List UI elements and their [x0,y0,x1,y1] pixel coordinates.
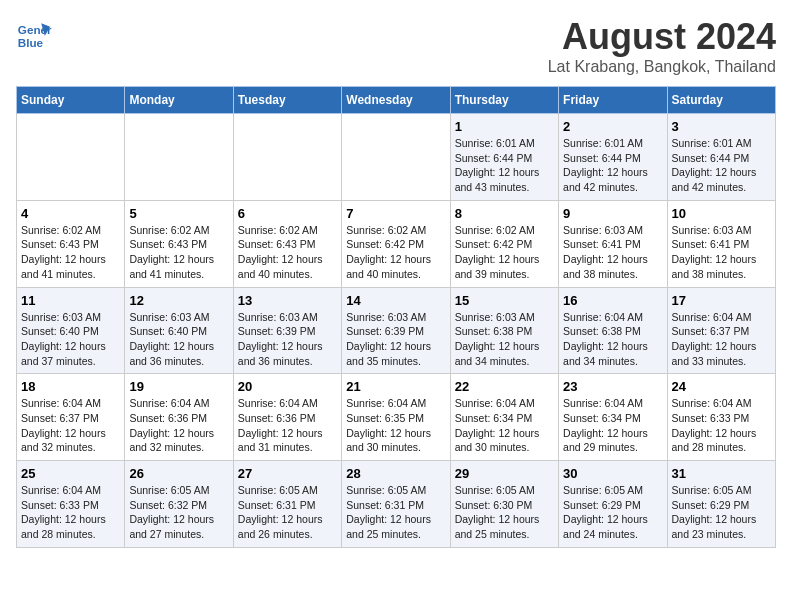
calendar-cell: 21Sunrise: 6:04 AM Sunset: 6:35 PM Dayli… [342,374,450,461]
calendar-cell: 5Sunrise: 6:02 AM Sunset: 6:43 PM Daylig… [125,200,233,287]
day-number: 14 [346,293,445,308]
page-header: General Blue August 2024 Lat Krabang, Ba… [16,16,776,76]
day-number: 16 [563,293,662,308]
calendar-cell: 11Sunrise: 6:03 AM Sunset: 6:40 PM Dayli… [17,287,125,374]
logo: General Blue [16,16,56,52]
calendar-cell: 8Sunrise: 6:02 AM Sunset: 6:42 PM Daylig… [450,200,558,287]
calendar-cell [17,114,125,201]
calendar-cell: 15Sunrise: 6:03 AM Sunset: 6:38 PM Dayli… [450,287,558,374]
calendar-cell: 2Sunrise: 6:01 AM Sunset: 6:44 PM Daylig… [559,114,667,201]
day-header-sunday: Sunday [17,87,125,114]
day-number: 8 [455,206,554,221]
day-number: 30 [563,466,662,481]
day-content: Sunrise: 6:03 AM Sunset: 6:41 PM Dayligh… [672,223,771,282]
calendar-cell: 25Sunrise: 6:04 AM Sunset: 6:33 PM Dayli… [17,461,125,548]
day-number: 27 [238,466,337,481]
calendar-week-row: 1Sunrise: 6:01 AM Sunset: 6:44 PM Daylig… [17,114,776,201]
day-content: Sunrise: 6:02 AM Sunset: 6:43 PM Dayligh… [21,223,120,282]
calendar-week-row: 25Sunrise: 6:04 AM Sunset: 6:33 PM Dayli… [17,461,776,548]
calendar-cell: 17Sunrise: 6:04 AM Sunset: 6:37 PM Dayli… [667,287,775,374]
day-number: 13 [238,293,337,308]
calendar-cell: 12Sunrise: 6:03 AM Sunset: 6:40 PM Dayli… [125,287,233,374]
title-block: August 2024 Lat Krabang, Bangkok, Thaila… [548,16,776,76]
calendar-cell: 1Sunrise: 6:01 AM Sunset: 6:44 PM Daylig… [450,114,558,201]
calendar-week-row: 18Sunrise: 6:04 AM Sunset: 6:37 PM Dayli… [17,374,776,461]
day-number: 11 [21,293,120,308]
calendar-cell: 22Sunrise: 6:04 AM Sunset: 6:34 PM Dayli… [450,374,558,461]
calendar-cell: 29Sunrise: 6:05 AM Sunset: 6:30 PM Dayli… [450,461,558,548]
calendar-cell [125,114,233,201]
day-number: 6 [238,206,337,221]
calendar-cell: 7Sunrise: 6:02 AM Sunset: 6:42 PM Daylig… [342,200,450,287]
day-content: Sunrise: 6:04 AM Sunset: 6:37 PM Dayligh… [21,396,120,455]
day-number: 1 [455,119,554,134]
day-number: 17 [672,293,771,308]
calendar-cell: 4Sunrise: 6:02 AM Sunset: 6:43 PM Daylig… [17,200,125,287]
calendar-cell: 20Sunrise: 6:04 AM Sunset: 6:36 PM Dayli… [233,374,341,461]
day-content: Sunrise: 6:05 AM Sunset: 6:30 PM Dayligh… [455,483,554,542]
day-number: 4 [21,206,120,221]
calendar-week-row: 4Sunrise: 6:02 AM Sunset: 6:43 PM Daylig… [17,200,776,287]
day-number: 18 [21,379,120,394]
day-number: 28 [346,466,445,481]
day-header-saturday: Saturday [667,87,775,114]
day-number: 10 [672,206,771,221]
calendar-header-row: SundayMondayTuesdayWednesdayThursdayFrid… [17,87,776,114]
day-content: Sunrise: 6:01 AM Sunset: 6:44 PM Dayligh… [563,136,662,195]
day-content: Sunrise: 6:04 AM Sunset: 6:37 PM Dayligh… [672,310,771,369]
day-content: Sunrise: 6:05 AM Sunset: 6:31 PM Dayligh… [346,483,445,542]
svg-text:Blue: Blue [18,36,44,49]
day-number: 15 [455,293,554,308]
day-number: 22 [455,379,554,394]
calendar-table: SundayMondayTuesdayWednesdayThursdayFrid… [16,86,776,548]
day-number: 31 [672,466,771,481]
day-number: 19 [129,379,228,394]
day-content: Sunrise: 6:05 AM Sunset: 6:29 PM Dayligh… [563,483,662,542]
calendar-cell: 19Sunrise: 6:04 AM Sunset: 6:36 PM Dayli… [125,374,233,461]
day-number: 25 [21,466,120,481]
day-content: Sunrise: 6:03 AM Sunset: 6:40 PM Dayligh… [21,310,120,369]
calendar-cell: 27Sunrise: 6:05 AM Sunset: 6:31 PM Dayli… [233,461,341,548]
day-content: Sunrise: 6:02 AM Sunset: 6:42 PM Dayligh… [455,223,554,282]
day-number: 20 [238,379,337,394]
day-content: Sunrise: 6:01 AM Sunset: 6:44 PM Dayligh… [455,136,554,195]
day-number: 24 [672,379,771,394]
day-content: Sunrise: 6:04 AM Sunset: 6:35 PM Dayligh… [346,396,445,455]
calendar-title: August 2024 [548,16,776,58]
calendar-cell: 24Sunrise: 6:04 AM Sunset: 6:33 PM Dayli… [667,374,775,461]
day-content: Sunrise: 6:05 AM Sunset: 6:29 PM Dayligh… [672,483,771,542]
day-content: Sunrise: 6:03 AM Sunset: 6:41 PM Dayligh… [563,223,662,282]
calendar-cell: 23Sunrise: 6:04 AM Sunset: 6:34 PM Dayli… [559,374,667,461]
day-content: Sunrise: 6:01 AM Sunset: 6:44 PM Dayligh… [672,136,771,195]
day-number: 23 [563,379,662,394]
day-number: 7 [346,206,445,221]
day-content: Sunrise: 6:04 AM Sunset: 6:38 PM Dayligh… [563,310,662,369]
day-content: Sunrise: 6:04 AM Sunset: 6:34 PM Dayligh… [563,396,662,455]
day-content: Sunrise: 6:04 AM Sunset: 6:34 PM Dayligh… [455,396,554,455]
calendar-cell: 10Sunrise: 6:03 AM Sunset: 6:41 PM Dayli… [667,200,775,287]
day-number: 2 [563,119,662,134]
calendar-cell: 3Sunrise: 6:01 AM Sunset: 6:44 PM Daylig… [667,114,775,201]
day-content: Sunrise: 6:03 AM Sunset: 6:39 PM Dayligh… [346,310,445,369]
day-header-thursday: Thursday [450,87,558,114]
day-content: Sunrise: 6:05 AM Sunset: 6:31 PM Dayligh… [238,483,337,542]
calendar-cell: 28Sunrise: 6:05 AM Sunset: 6:31 PM Dayli… [342,461,450,548]
day-content: Sunrise: 6:05 AM Sunset: 6:32 PM Dayligh… [129,483,228,542]
day-number: 12 [129,293,228,308]
day-content: Sunrise: 6:04 AM Sunset: 6:36 PM Dayligh… [129,396,228,455]
day-content: Sunrise: 6:04 AM Sunset: 6:33 PM Dayligh… [672,396,771,455]
calendar-cell: 13Sunrise: 6:03 AM Sunset: 6:39 PM Dayli… [233,287,341,374]
day-number: 9 [563,206,662,221]
day-header-friday: Friday [559,87,667,114]
day-number: 3 [672,119,771,134]
calendar-week-row: 11Sunrise: 6:03 AM Sunset: 6:40 PM Dayli… [17,287,776,374]
calendar-cell: 26Sunrise: 6:05 AM Sunset: 6:32 PM Dayli… [125,461,233,548]
calendar-cell: 18Sunrise: 6:04 AM Sunset: 6:37 PM Dayli… [17,374,125,461]
calendar-subtitle: Lat Krabang, Bangkok, Thailand [548,58,776,76]
day-header-monday: Monday [125,87,233,114]
day-content: Sunrise: 6:02 AM Sunset: 6:42 PM Dayligh… [346,223,445,282]
day-header-wednesday: Wednesday [342,87,450,114]
day-content: Sunrise: 6:03 AM Sunset: 6:38 PM Dayligh… [455,310,554,369]
day-content: Sunrise: 6:02 AM Sunset: 6:43 PM Dayligh… [238,223,337,282]
calendar-cell [342,114,450,201]
